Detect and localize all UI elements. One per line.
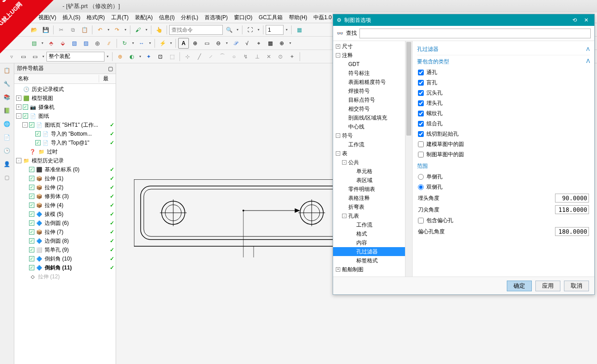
type-checkbox[interactable] xyxy=(418,90,424,96)
balloon-icon[interactable]: ⚡ xyxy=(157,38,168,49)
break-icon[interactable]: ⫽ xyxy=(104,38,114,49)
s3-icon[interactable]: ✦ xyxy=(143,51,154,62)
save-icon[interactable]: 💾 xyxy=(40,25,51,35)
chevron-up-icon[interactable]: ᐱ xyxy=(586,46,590,52)
dialog-tree-row[interactable]: -公共 xyxy=(333,158,412,167)
tree-row[interactable]: +✓📷摄像机 xyxy=(14,103,116,112)
open-icon[interactable]: 📂 xyxy=(29,25,39,35)
range-radio[interactable] xyxy=(418,184,424,190)
tree-row[interactable]: ✓⬛基准坐标系 (0)✓ xyxy=(14,165,116,174)
s5-icon[interactable]: ⬚ xyxy=(167,51,177,62)
rail-history-icon[interactable]: 📄 xyxy=(2,132,13,143)
menu-item[interactable]: 视图(V) xyxy=(36,13,59,22)
line2-icon[interactable]: ⟋ xyxy=(205,51,216,62)
dialog-tree-row[interactable]: 折弯表 xyxy=(333,203,412,211)
sel-icon[interactable]: ▭ xyxy=(18,51,29,62)
rail-asm-icon[interactable]: 🔧 xyxy=(2,79,13,89)
dialog-tree-row[interactable]: +尺寸 xyxy=(333,42,412,51)
search-icon[interactable]: 🔍 xyxy=(224,25,234,35)
tree-row[interactable]: +🟩模型视图 xyxy=(14,94,116,103)
dialog-tree-row[interactable]: GDT xyxy=(333,60,412,69)
new-sheet-icon[interactable]: ▤ xyxy=(29,38,39,49)
type-checkbox[interactable] xyxy=(418,70,424,75)
section1-icon[interactable]: ▧ xyxy=(69,38,79,49)
dialog-title-bar[interactable]: ⚙ 制图首选项 ⟲ ✕ xyxy=(333,14,594,26)
dialog-tree-row[interactable]: 焊接符号 xyxy=(333,87,412,95)
s2-icon[interactable]: ◐ xyxy=(126,51,137,62)
int-icon[interactable]: ✕ xyxy=(263,51,274,62)
chevron-up-icon[interactable]: ᐱ xyxy=(586,58,590,66)
dialog-tree-row[interactable]: 目标点符号 xyxy=(333,95,412,104)
nav-tree[interactable]: 🕒历史记录模式+🟩模型视图+✓📷摄像机-✓📄图纸-✓📄图纸页 "SHT1" (工… xyxy=(14,84,116,364)
tree-row[interactable]: ✓📦修剪体 (3)✓ xyxy=(14,192,116,201)
rail-nav-icon[interactable]: 📋 xyxy=(2,65,13,76)
text-icon[interactable]: A xyxy=(178,38,189,49)
type-checkbox[interactable] xyxy=(418,80,424,86)
hatch-icon[interactable]: ▦ xyxy=(265,38,276,49)
menu-item[interactable]: 中磊1.0 xyxy=(311,13,334,22)
undo-dd[interactable]: ▾ xyxy=(106,25,111,35)
nav-col-name[interactable]: 名称 xyxy=(14,75,99,83)
nav-pin-icon[interactable]: ▢ xyxy=(108,66,113,72)
pt-icon[interactable]: ⊹ xyxy=(182,51,193,62)
value-input[interactable] xyxy=(555,205,589,214)
dialog-tree-row[interactable]: 单元格 xyxy=(333,167,412,176)
tree-row[interactable]: ✓🔷倒斜角 (10)✓ xyxy=(14,254,116,263)
center-icon[interactable]: ⊕ xyxy=(276,38,287,49)
undo-icon[interactable]: ↶ xyxy=(95,25,105,35)
rail-clock-icon[interactable]: 🕒 xyxy=(2,145,13,156)
s4-icon[interactable]: ⊡ xyxy=(155,51,166,62)
dialog-tree-row[interactable]: 孔过滤器 xyxy=(333,247,412,256)
scrollbar[interactable] xyxy=(405,41,412,277)
view2-icon[interactable]: ⬙ xyxy=(57,38,68,49)
dialog-tree-row[interactable]: 内容 xyxy=(333,238,412,247)
line1-icon[interactable]: ╱ xyxy=(194,51,205,62)
ok-button[interactable]: 确定 xyxy=(507,281,532,291)
menu-item[interactable]: 分析(L) xyxy=(178,13,201,22)
section2-icon[interactable]: ▨ xyxy=(80,38,91,49)
tree-row[interactable]: ✓📦拉伸 (2)✓ xyxy=(14,183,116,192)
tree-row[interactable]: ❓📁过时 xyxy=(14,147,116,156)
menu-item[interactable]: 装配(A) xyxy=(132,13,155,22)
dialog-tree-row[interactable]: 工作流 xyxy=(333,220,412,229)
tree-row[interactable]: ✓📦拉伸 (1)✓ xyxy=(14,174,116,183)
paste-icon[interactable]: 📋 xyxy=(79,25,90,35)
apply-button[interactable]: 应用 xyxy=(535,281,560,291)
type-checkbox[interactable] xyxy=(418,131,424,137)
scale-input[interactable] xyxy=(266,25,284,35)
menu-item[interactable]: 插入(S) xyxy=(60,13,83,22)
cut-icon[interactable]: ✂ xyxy=(56,25,67,35)
dialog-tree[interactable]: +尺寸-注释GDT符号标注表面粗糙度符号焊接符号目标点符号相交符号剖面线/区域填… xyxy=(333,41,413,277)
tree-row[interactable]: ✓⬜简单孔 (9)✓ xyxy=(14,245,116,254)
type-checkbox[interactable] xyxy=(418,141,424,147)
sel2-icon[interactable]: ▭ xyxy=(29,51,40,62)
type-checkbox[interactable] xyxy=(418,121,424,127)
dialog-tree-row[interactable]: 零件明细表 xyxy=(333,185,412,194)
rail-books-icon[interactable]: 📗 xyxy=(2,105,13,116)
tree-row[interactable]: 🕒历史记录模式 xyxy=(14,85,116,94)
menu-item[interactable]: 信息(I) xyxy=(156,13,177,22)
menu-item[interactable]: GC工具箱 xyxy=(256,13,285,22)
tree-row[interactable]: -📁模型历史记录 xyxy=(14,156,116,165)
tree-row[interactable]: ✓📦拉伸 (7)✓ xyxy=(14,228,116,236)
zoom-out-icon[interactable]: ⊖ xyxy=(213,38,224,49)
value-input[interactable] xyxy=(555,194,589,203)
layers-icon[interactable]: ▦ xyxy=(294,25,305,35)
datum-icon[interactable]: ▭ xyxy=(201,38,212,49)
perp-icon[interactable]: ⊥ xyxy=(252,51,263,62)
tan-icon[interactable]: ↯ xyxy=(240,51,251,62)
tree-row[interactable]: ✓🔷拔模 (5)✓ xyxy=(14,210,116,219)
dialog-tree-row[interactable]: 符号标注 xyxy=(333,69,412,78)
tree-row[interactable]: ✓🔷倒斜角 (11)✓ xyxy=(14,263,116,272)
assembly-filter[interactable] xyxy=(46,52,104,62)
dialog-tree-row[interactable]: -注释 xyxy=(333,51,412,60)
dialog-tree-row[interactable]: 表格注释 xyxy=(333,194,412,203)
tree-row[interactable]: ✓🔷边倒圆 (6)✓ xyxy=(14,219,116,228)
redo-dd[interactable]: ▾ xyxy=(123,25,128,35)
s1-icon[interactable]: ⊕ xyxy=(115,51,125,62)
arc-icon[interactable]: ⌒ xyxy=(217,51,228,62)
dialog-tree-row[interactable]: -孔表 xyxy=(333,211,412,220)
tree-row[interactable]: ◇拉伸 (12) xyxy=(14,272,116,281)
tree-row[interactable]: -✓📄图纸 xyxy=(14,112,116,120)
dialog-tree-row[interactable]: 中心线 xyxy=(333,122,412,131)
